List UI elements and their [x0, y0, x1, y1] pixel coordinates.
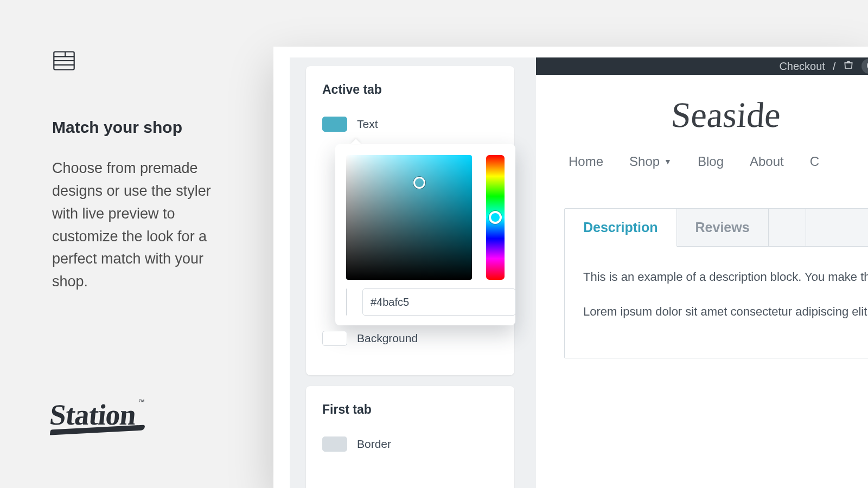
brand-logo: Station™: [48, 398, 145, 432]
cart-icon[interactable]: [843, 60, 854, 73]
alpha-swatch[interactable]: [346, 288, 347, 316]
page-headline: Match your shop: [52, 118, 220, 137]
app-icon: [52, 49, 220, 75]
card-first-tab: First tab Border: [306, 386, 514, 488]
tab-reviews[interactable]: Reviews: [677, 209, 769, 246]
tab-overflow[interactable]: [769, 209, 806, 246]
app-window: Active tab Text: [273, 47, 868, 488]
card-title-active: Active tab: [322, 82, 498, 97]
hue-thumb[interactable]: [489, 211, 502, 224]
content-paragraph: Lorem ipsum dolor sit amet consectetur a…: [583, 302, 868, 322]
swatch-text-color[interactable]: [322, 117, 347, 132]
nav-shop[interactable]: Shop ▼: [629, 154, 672, 169]
label-text: Text: [357, 118, 378, 131]
hue-slider[interactable]: [486, 155, 505, 280]
nav-overflow[interactable]: C: [810, 154, 819, 169]
option-border-color[interactable]: Border: [322, 436, 498, 452]
hex-input[interactable]: [362, 288, 516, 316]
shop-logo: Seaside: [536, 94, 868, 136]
card-active-tab: Active tab Text: [306, 66, 514, 375]
swatch-border-color[interactable]: [322, 436, 347, 452]
option-background-color[interactable]: Background: [322, 331, 418, 346]
preview-topbar: Checkout / 0 /: [536, 57, 868, 75]
nav-home[interactable]: Home: [569, 154, 603, 169]
chevron-down-icon: ▼: [664, 157, 672, 166]
nav-blog[interactable]: Blog: [698, 154, 724, 169]
topbar-divider: /: [833, 60, 836, 73]
page-description: Choose from premade designs or use the s…: [52, 157, 220, 293]
content-paragraph: This is an example of a description bloc…: [583, 267, 868, 287]
tab-description[interactable]: Description: [565, 209, 677, 247]
option-text-color[interactable]: Text: [322, 117, 498, 132]
cart-count: 0: [861, 59, 868, 74]
card-title-first: First tab: [322, 402, 498, 417]
live-preview: Checkout / 0 / Seaside Home Shop ▼ Blog …: [536, 57, 868, 488]
checkout-link[interactable]: Checkout: [779, 60, 825, 73]
preview-tabs-container: Description Reviews This is an example o…: [564, 208, 868, 358]
tab-content: This is an example of a description bloc…: [565, 247, 868, 358]
label-border: Border: [357, 438, 391, 451]
preview-nav: Home Shop ▼ Blog About C: [536, 154, 868, 169]
nav-about[interactable]: About: [750, 154, 784, 169]
saturation-value-area[interactable]: [346, 155, 472, 280]
label-background: Background: [357, 332, 418, 345]
color-picker: [335, 144, 515, 325]
sv-thumb[interactable]: [413, 177, 425, 189]
swatch-background-color[interactable]: [322, 331, 347, 346]
